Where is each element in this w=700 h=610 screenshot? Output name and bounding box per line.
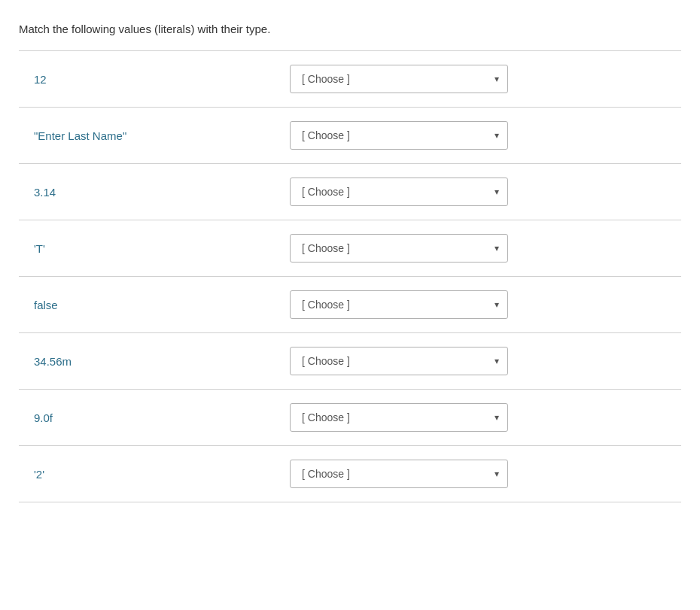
type-select[interactable]: [ Choose ]intdoublefloatdecimalstringcha…	[290, 290, 508, 319]
type-select[interactable]: [ Choose ]intdoublefloatdecimalstringcha…	[290, 121, 508, 150]
type-select[interactable]: [ Choose ]intdoublefloatdecimalstringcha…	[290, 460, 508, 488]
match-label: "Enter Last Name"	[26, 129, 290, 142]
question-title: Match the following values (literals) wi…	[19, 23, 681, 35]
match-row: 9.0f[ Choose ]intdoublefloatdecimalstrin…	[19, 390, 681, 446]
match-label: 9.0f	[26, 411, 290, 424]
select-wrapper: [ Choose ]intdoublefloatdecimalstringcha…	[290, 234, 508, 263]
type-select[interactable]: [ Choose ]intdoublefloatdecimalstringcha…	[290, 178, 508, 206]
match-row: false[ Choose ]intdoublefloatdecimalstri…	[19, 277, 681, 333]
match-label: 12	[26, 73, 290, 86]
match-row: 34.56m[ Choose ]intdoublefloatdecimalstr…	[19, 333, 681, 390]
select-wrapper: [ Choose ]intdoublefloatdecimalstringcha…	[290, 460, 508, 488]
rows-container: 12[ Choose ]intdoublefloatdecimalstringc…	[19, 51, 681, 502]
match-row: 'T'[ Choose ]intdoublefloatdecimalstring…	[19, 220, 681, 277]
type-select[interactable]: [ Choose ]intdoublefloatdecimalstringcha…	[290, 65, 508, 93]
match-row: 12[ Choose ]intdoublefloatdecimalstringc…	[19, 51, 681, 108]
select-wrapper: [ Choose ]intdoublefloatdecimalstringcha…	[290, 178, 508, 206]
type-select[interactable]: [ Choose ]intdoublefloatdecimalstringcha…	[290, 234, 508, 263]
match-label: 3.14	[26, 186, 290, 199]
match-label: '2'	[26, 468, 290, 481]
match-row: "Enter Last Name"[ Choose ]intdoublefloa…	[19, 108, 681, 164]
match-row: '2'[ Choose ]intdoublefloatdecimalstring…	[19, 446, 681, 502]
select-wrapper: [ Choose ]intdoublefloatdecimalstringcha…	[290, 403, 508, 432]
select-wrapper: [ Choose ]intdoublefloatdecimalstringcha…	[290, 347, 508, 375]
page-container: Match the following values (literals) wi…	[0, 0, 700, 525]
select-wrapper: [ Choose ]intdoublefloatdecimalstringcha…	[290, 65, 508, 93]
select-wrapper: [ Choose ]intdoublefloatdecimalstringcha…	[290, 290, 508, 319]
select-wrapper: [ Choose ]intdoublefloatdecimalstringcha…	[290, 121, 508, 150]
type-select[interactable]: [ Choose ]intdoublefloatdecimalstringcha…	[290, 403, 508, 432]
match-label: 'T'	[26, 242, 290, 255]
match-label: false	[26, 299, 290, 311]
match-row: 3.14[ Choose ]intdoublefloatdecimalstrin…	[19, 164, 681, 220]
type-select[interactable]: [ Choose ]intdoublefloatdecimalstringcha…	[290, 347, 508, 375]
match-label: 34.56m	[26, 355, 290, 368]
